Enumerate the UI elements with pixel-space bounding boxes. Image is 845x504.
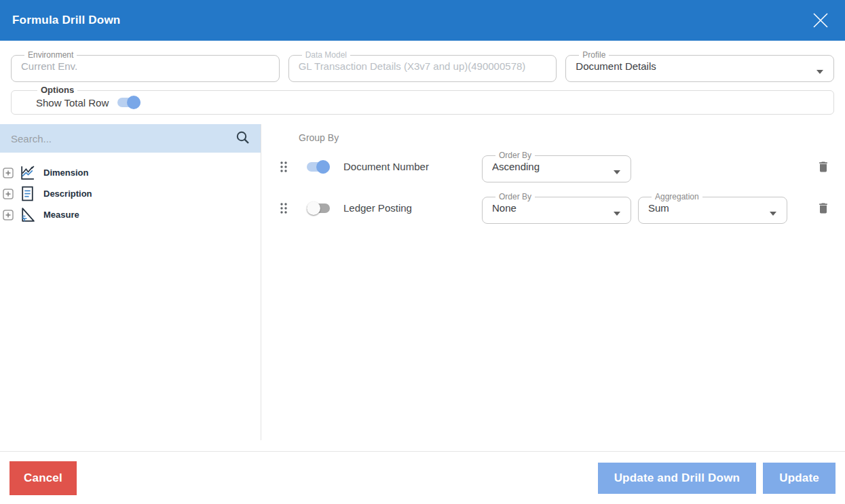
cancel-button[interactable]: Cancel: [10, 461, 77, 495]
order-by-value: None: [492, 202, 621, 214]
row-toggle[interactable]: [307, 201, 330, 215]
options-label: Options: [37, 85, 77, 95]
drag-handle-icon[interactable]: [279, 201, 288, 215]
environment-label: Environment: [24, 50, 77, 60]
order-by-select[interactable]: Order By None: [482, 192, 631, 224]
top-fields-row: Environment Current Env. Data Model GL T…: [0, 41, 845, 82]
aggregation-select[interactable]: Aggregation Sum: [638, 192, 787, 224]
chevron-down-icon: [614, 170, 620, 174]
dialog-title: Formula Drill Down: [12, 14, 120, 27]
drag-handle-icon[interactable]: [279, 160, 288, 174]
environment-field[interactable]: Environment Current Env.: [11, 50, 280, 82]
row-field-name: Document Number: [343, 161, 482, 172]
tree-item-description[interactable]: Description: [3, 183, 261, 204]
update-button[interactable]: Update: [763, 463, 835, 494]
options-section: Options Show Total Row: [0, 85, 845, 115]
environment-value[interactable]: Current Env.: [21, 60, 269, 72]
formula-drill-down-dialog: Formula Drill Down Environment Current E…: [0, 0, 845, 504]
tree-item-dimension[interactable]: Dimension: [3, 162, 261, 183]
row-toggle[interactable]: [307, 160, 330, 174]
order-by-value: Ascending: [492, 161, 621, 172]
line-chart-icon: [19, 164, 36, 181]
search-input[interactable]: Search...: [0, 124, 261, 153]
tree-item-label: Description: [43, 189, 92, 199]
chevron-down-icon: [614, 212, 620, 216]
dialog-header: Formula Drill Down: [0, 0, 845, 41]
show-total-row-label: Show Total Row: [36, 97, 109, 109]
delete-icon[interactable]: [815, 200, 831, 216]
chevron-down-icon: [816, 70, 823, 74]
order-by-label: Order By: [495, 151, 535, 160]
dialog-footer: Cancel Update and Drill Down Update: [0, 451, 845, 504]
order-by-label: Order By: [495, 192, 535, 201]
close-icon[interactable]: [808, 8, 833, 33]
expand-plus-icon[interactable]: [3, 210, 14, 220]
group-by-row: Document Number Order By Ascending: [261, 146, 845, 187]
tree-item-measure[interactable]: Measure: [3, 204, 261, 225]
profile-value: Document Details: [576, 60, 824, 72]
data-model-label: Data Model: [302, 50, 350, 60]
aggregation-value: Sum: [648, 202, 777, 214]
search-icon[interactable]: [236, 130, 250, 147]
profile-select[interactable]: Profile Document Details: [565, 50, 834, 82]
aggregation-label: Aggregation: [652, 192, 702, 201]
field-tree-sidebar: Search...: [0, 124, 261, 440]
data-model-value: GL Transaction Details (X3v7 and up)(490…: [299, 60, 547, 72]
dialog-content: Search...: [0, 124, 845, 440]
group-by-panel: Group By Document Number: [261, 124, 845, 440]
group-by-row: Ledger Posting Order By None Aggregation…: [261, 187, 845, 229]
data-model-field: Data Model GL Transaction Details (X3v7 …: [288, 50, 557, 82]
expand-plus-icon[interactable]: [3, 189, 14, 199]
update-and-drill-down-button[interactable]: Update and Drill Down: [598, 463, 757, 494]
tree-item-label: Measure: [43, 210, 79, 220]
expand-plus-icon[interactable]: [3, 168, 14, 178]
chevron-down-icon: [770, 212, 776, 216]
search-placeholder: Search...: [11, 133, 52, 144]
tree-item-label: Dimension: [43, 168, 88, 178]
group-by-label: Group By: [299, 132, 845, 143]
ruler-triangle-icon: [19, 206, 36, 223]
delete-icon[interactable]: [815, 159, 831, 175]
profile-label: Profile: [579, 50, 609, 60]
show-total-row-toggle[interactable]: [117, 96, 140, 109]
field-tree: Dimension: [0, 153, 261, 225]
row-field-name: Ledger Posting: [343, 202, 482, 214]
document-icon: [19, 185, 36, 202]
order-by-select[interactable]: Order By Ascending: [482, 151, 631, 182]
